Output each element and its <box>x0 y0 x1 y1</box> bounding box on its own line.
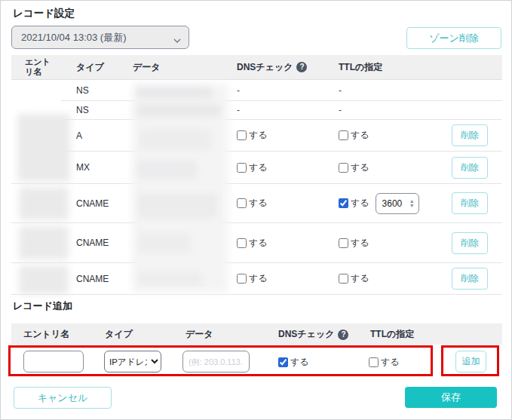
version-dropdown-value: 2021/10/04 13:03 (最新) <box>21 31 173 44</box>
add-record-header-row: エントリ名 タイプ データ DNSチェック? TTLの指定 <box>11 323 502 345</box>
add-header-dns-check: DNSチェック? <box>278 323 348 345</box>
entry-name-input[interactable] <box>23 351 84 372</box>
dns-check-none: - <box>237 105 240 115</box>
type-select[interactable]: IPアドレス <box>104 351 161 372</box>
ttl-value-input[interactable]: 3600 ▲▼ <box>376 193 419 214</box>
dns-check-checkbox[interactable]: する <box>237 237 268 250</box>
dns-check-checkbox[interactable]: する <box>237 272 268 285</box>
add-header-ttl: TTLの指定 <box>370 323 414 345</box>
record-type: CNAME <box>76 274 109 284</box>
record-table: エントリ名 タイプ データ DNSチェック? TTLの指定 NS - - NS … <box>11 55 502 295</box>
ttl-none: - <box>339 105 342 115</box>
header-type: タイプ <box>61 55 127 80</box>
table-row: CNAME する する 削除 <box>11 223 502 263</box>
version-dropdown[interactable]: 2021/10/04 13:03 (最新) <box>11 26 189 49</box>
help-icon[interactable]: ? <box>338 330 348 340</box>
record-type: CNAME <box>76 198 109 209</box>
cancel-button[interactable]: キャンセル <box>14 387 112 409</box>
help-icon[interactable]: ? <box>296 62 307 72</box>
add-header-type: タイプ <box>105 323 133 345</box>
add-dns-check-checkbox[interactable]: する <box>278 356 309 369</box>
delete-record-button[interactable]: 削除 <box>452 157 488 179</box>
dns-check-checkbox[interactable]: する <box>237 197 268 210</box>
record-type: NS <box>76 105 89 115</box>
ttl-checkbox[interactable]: する <box>339 272 369 285</box>
header-ttl: TTLの指定 <box>329 55 446 80</box>
add-header-entry: エントリ名 <box>23 323 69 345</box>
header-entry-name: エントリ名 <box>25 57 52 77</box>
redacted-entry-name <box>17 114 70 182</box>
chevron-down-icon <box>173 34 181 41</box>
redacted-record-data <box>132 84 228 293</box>
delete-record-button[interactable]: 削除 <box>452 232 488 254</box>
table-header-row: エントリ名 タイプ データ DNSチェック? TTLの指定 <box>11 55 502 80</box>
data-input[interactable] <box>182 351 250 372</box>
zone-delete-button[interactable]: ゾーン削除 <box>406 27 501 49</box>
add-record-button[interactable]: 追加 <box>455 351 486 372</box>
table-row: A する する 削除 <box>11 120 502 152</box>
delete-record-button[interactable]: 削除 <box>452 192 488 214</box>
table-row: NS - - <box>11 80 502 101</box>
table-row: CNAME する する 3600 ▲▼ 削除 <box>11 184 502 223</box>
redacted-entry-name <box>19 226 69 259</box>
ttl-checkbox[interactable]: する <box>339 237 369 250</box>
delete-record-button[interactable]: 削除 <box>452 268 488 290</box>
redacted-entry-name <box>19 265 69 294</box>
save-button[interactable]: 保存 <box>405 387 497 408</box>
ttl-checkbox[interactable]: する <box>339 161 369 174</box>
ttl-checkbox[interactable]: する <box>339 197 369 210</box>
add-record-title: レコード追加 <box>13 299 72 313</box>
header-dns-check: DNSチェック <box>237 61 293 74</box>
dns-check-checkbox[interactable]: する <box>237 161 268 174</box>
record-type: A <box>76 130 82 141</box>
ttl-checkbox[interactable]: する <box>339 129 369 142</box>
record-settings-panel: レコード設定 2021/10/04 13:03 (最新) ゾーン削除 エントリ名… <box>0 0 512 420</box>
record-type: MX <box>76 162 90 173</box>
delete-record-button[interactable]: 削除 <box>452 124 488 146</box>
add-header-data: データ <box>185 323 213 345</box>
redacted-entry-name <box>19 187 69 220</box>
table-row: CNAME する する 削除 <box>11 263 502 295</box>
spinner-arrows-icon[interactable]: ▲▼ <box>409 199 415 208</box>
add-ttl-checkbox[interactable]: する <box>369 356 400 369</box>
table-row: NS - - <box>11 101 502 120</box>
header-data: データ <box>127 55 231 80</box>
record-type: NS <box>76 85 89 96</box>
table-row: MX する する 削除 <box>11 152 502 184</box>
page-title: レコード設定 <box>13 7 75 20</box>
ttl-none: - <box>339 85 342 96</box>
dns-check-none: - <box>237 85 240 96</box>
dns-check-checkbox[interactable]: する <box>237 129 268 142</box>
record-type: CNAME <box>76 238 109 248</box>
